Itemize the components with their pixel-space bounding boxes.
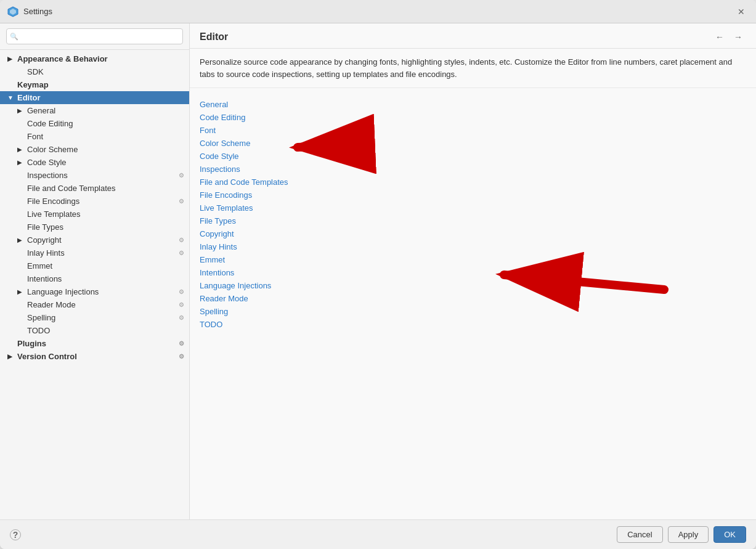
description-text: Personalize source code appearance by ch… bbox=[200, 56, 746, 80]
sidebar-item-general[interactable]: ▶General bbox=[0, 104, 189, 117]
tree-expand-icon: ▶ bbox=[7, 353, 16, 360]
sidebar-item-color-scheme[interactable]: ▶Color Scheme bbox=[0, 143, 189, 156]
link-inlay-hints[interactable]: Inlay Hints bbox=[200, 240, 746, 253]
bottom-bar: ? Cancel Apply OK bbox=[0, 519, 756, 549]
settings-window: Settings ✕ ▶Appearance & BehaviorSDKKeym… bbox=[0, 0, 756, 549]
sidebar-item-reader-mode[interactable]: Reader Mode⚙ bbox=[0, 298, 189, 311]
settings-icon: ⚙ bbox=[179, 353, 184, 360]
link-reader-mode[interactable]: Reader Mode bbox=[200, 292, 746, 305]
settings-icon: ⚙ bbox=[179, 237, 184, 243]
sidebar-item-font[interactable]: Font bbox=[0, 130, 189, 143]
links-area: GeneralCode EditingFontColor SchemeCode … bbox=[190, 88, 756, 519]
help-button[interactable]: ? bbox=[10, 529, 21, 540]
close-button[interactable]: ✕ bbox=[734, 6, 749, 18]
link-inspections[interactable]: Inspections bbox=[200, 163, 746, 176]
sidebar-item-todo[interactable]: TODO bbox=[0, 324, 189, 337]
sidebar-item-label: Editor bbox=[17, 93, 184, 102]
sidebar-item-code-style[interactable]: ▶Code Style bbox=[0, 156, 189, 169]
sidebar-item-inspections[interactable]: Inspections⚙ bbox=[0, 169, 189, 182]
link-language-injections[interactable]: Language Injections bbox=[200, 279, 746, 292]
sidebar-item-label: Intentions bbox=[27, 274, 184, 283]
sidebar-item-label: Color Scheme bbox=[27, 145, 184, 154]
sidebar-item-version-control[interactable]: ▶Version Control⚙ bbox=[0, 350, 189, 363]
window-title: Settings bbox=[23, 7, 734, 16]
sidebar-item-file-types[interactable]: File Types bbox=[0, 221, 189, 234]
sidebar-item-intentions[interactable]: Intentions bbox=[0, 272, 189, 285]
cancel-button[interactable]: Cancel bbox=[617, 526, 662, 543]
link-general[interactable]: General bbox=[200, 98, 746, 111]
sidebar-item-label: Plugins bbox=[17, 339, 176, 348]
sidebar-item-file-code-templates[interactable]: File and Code Templates bbox=[0, 182, 189, 195]
sidebar-item-label: File and Code Templates bbox=[27, 184, 184, 193]
sidebar-item-keymap[interactable]: Keymap bbox=[0, 78, 189, 91]
content-area: ▶Appearance & BehaviorSDKKeymap▼Editor▶G… bbox=[0, 23, 756, 519]
ok-button[interactable]: OK bbox=[713, 526, 746, 543]
main-content-wrapper: Editor ← → Personalize source code appea… bbox=[190, 23, 756, 519]
sidebar-item-emmet[interactable]: Emmet bbox=[0, 259, 189, 272]
sidebar-item-live-templates[interactable]: Live Templates bbox=[0, 208, 189, 221]
sidebar-item-label: Appearance & Behavior bbox=[17, 54, 184, 63]
sidebar-item-inlay-hints[interactable]: Inlay Hints⚙ bbox=[0, 246, 189, 259]
sidebar-item-label: Emmet bbox=[27, 261, 184, 270]
app-logo bbox=[7, 6, 18, 17]
sidebar-item-label: Keymap bbox=[17, 80, 184, 89]
sidebar-item-label: Code Editing bbox=[27, 119, 184, 128]
link-code-editing[interactable]: Code Editing bbox=[200, 111, 746, 124]
sidebar-item-file-encodings[interactable]: File Encodings⚙ bbox=[0, 195, 189, 208]
tree-expand-icon: ▶ bbox=[17, 107, 26, 114]
link-file-encodings[interactable]: File Encodings bbox=[200, 189, 746, 201]
tree-expand-icon: ▼ bbox=[7, 94, 16, 101]
sidebar-item-language-injections[interactable]: ▶Language Injections⚙ bbox=[0, 285, 189, 298]
settings-icon: ⚙ bbox=[179, 301, 184, 308]
tree-expand-icon: ▶ bbox=[17, 146, 26, 153]
main-header: Editor ← → bbox=[190, 23, 756, 49]
sidebar-item-sdk[interactable]: SDK bbox=[0, 65, 189, 78]
sidebar-item-label: General bbox=[27, 106, 184, 115]
settings-icon: ⚙ bbox=[179, 172, 184, 179]
sidebar-item-code-editing[interactable]: Code Editing bbox=[0, 117, 189, 130]
sidebar-item-copyright[interactable]: ▶Copyright⚙ bbox=[0, 234, 189, 246]
nav-buttons: ← → bbox=[712, 31, 746, 43]
link-code-style[interactable]: Code Style bbox=[200, 150, 746, 163]
link-intentions[interactable]: Intentions bbox=[200, 266, 746, 279]
link-todo[interactable]: TODO bbox=[200, 318, 746, 331]
sidebar-item-appearance[interactable]: ▶Appearance & Behavior bbox=[0, 52, 189, 65]
link-font[interactable]: Font bbox=[200, 124, 746, 137]
sidebar-item-plugins[interactable]: Plugins⚙ bbox=[0, 337, 189, 350]
sidebar: ▶Appearance & BehaviorSDKKeymap▼Editor▶G… bbox=[0, 23, 190, 519]
tree-expand-icon: ▶ bbox=[17, 159, 26, 166]
sidebar-item-label: Version Control bbox=[17, 352, 176, 361]
sidebar-item-label: Reader Mode bbox=[27, 300, 176, 309]
search-wrapper bbox=[6, 28, 183, 44]
sidebar-item-label: Spelling bbox=[27, 313, 176, 322]
apply-button[interactable]: Apply bbox=[668, 526, 709, 543]
settings-icon: ⚙ bbox=[179, 340, 184, 347]
sidebar-item-label: Font bbox=[27, 132, 184, 141]
tree-expand-icon: ▶ bbox=[17, 237, 26, 243]
back-button[interactable]: ← bbox=[712, 31, 728, 43]
title-bar: Settings ✕ bbox=[0, 0, 756, 23]
sidebar-item-spelling[interactable]: Spelling⚙ bbox=[0, 311, 189, 324]
link-color-scheme[interactable]: Color Scheme bbox=[200, 137, 746, 150]
link-emmet[interactable]: Emmet bbox=[200, 253, 746, 266]
sidebar-item-label: Inlay Hints bbox=[27, 248, 176, 258]
sidebar-item-label: Code Style bbox=[27, 158, 184, 167]
sidebar-item-editor[interactable]: ▼Editor bbox=[0, 91, 189, 104]
sidebar-item-label: File Types bbox=[27, 222, 184, 232]
tree-expand-icon: ▶ bbox=[17, 288, 26, 295]
forward-button[interactable]: → bbox=[730, 31, 746, 43]
main-panel: Editor ← → Personalize source code appea… bbox=[190, 23, 756, 519]
link-spelling[interactable]: Spelling bbox=[200, 305, 746, 318]
link-file-types[interactable]: File Types bbox=[200, 214, 746, 227]
search-input[interactable] bbox=[6, 28, 183, 44]
sidebar-item-label: TODO bbox=[27, 326, 184, 335]
link-file-and-code-templates[interactable]: File and Code Templates bbox=[200, 176, 746, 189]
settings-icon: ⚙ bbox=[179, 288, 184, 295]
search-box bbox=[0, 23, 189, 50]
sidebar-item-label: Language Injections bbox=[27, 287, 176, 296]
link-live-templates[interactable]: Live Templates bbox=[200, 201, 746, 214]
sidebar-item-label: Inspections bbox=[27, 171, 176, 180]
link-copyright[interactable]: Copyright bbox=[200, 227, 746, 240]
description-area: Personalize source code appearance by ch… bbox=[190, 49, 756, 88]
sidebar-item-label: Live Templates bbox=[27, 209, 184, 219]
